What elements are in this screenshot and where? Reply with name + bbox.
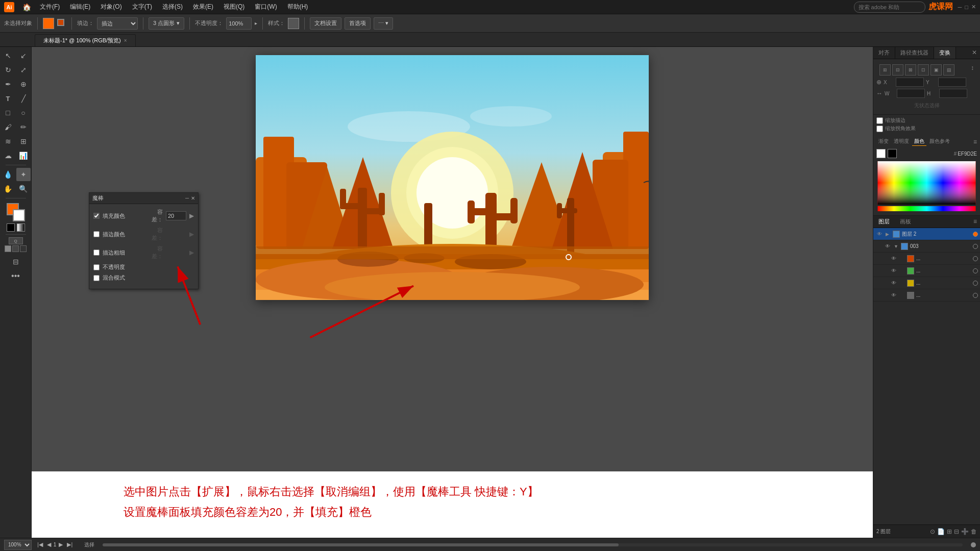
menu-object[interactable]: 对象(O) — [96, 2, 126, 12]
mode-btn[interactable]: Q — [9, 237, 23, 244]
fill-tolerance-input[interactable] — [166, 211, 186, 220]
white-swatch[interactable] — [876, 149, 886, 158]
free-transform-tool[interactable]: ⊞ — [16, 135, 31, 148]
menu-window[interactable]: 窗口(W) — [251, 2, 281, 12]
stroke-color-checkbox[interactable] — [93, 231, 100, 237]
style-preview[interactable] — [288, 18, 299, 29]
transform-tab[interactable]: 变换 — [934, 47, 956, 59]
menu-file[interactable]: 文件(F) — [36, 2, 64, 12]
background-color[interactable] — [13, 209, 25, 221]
close-btn[interactable]: ✕ — [971, 4, 976, 10]
last-page-btn[interactable]: ▶| — [65, 541, 74, 548]
menu-effect[interactable]: 效果(E) — [189, 2, 217, 12]
transparency-tab[interactable]: 透明度 — [892, 137, 911, 146]
stroke-swatch[interactable] — [57, 19, 66, 28]
preferences-btn[interactable]: 首选项 — [345, 17, 371, 30]
layer-gray-eye[interactable]: 👁 — [890, 291, 898, 299]
w-input[interactable] — [897, 89, 925, 98]
stroke-arrow-icon[interactable]: ▶ — [189, 231, 194, 238]
prev-page-btn[interactable]: ◀ — [45, 541, 53, 548]
align-tab[interactable]: 对齐 — [873, 47, 895, 59]
interpolation-select[interactable]: 插边 — [97, 17, 138, 30]
paint-brush-tool[interactable]: 🖌 — [1, 120, 15, 134]
stroke-weight-checkbox[interactable] — [93, 249, 100, 256]
text-tool[interactable]: T — [1, 92, 15, 105]
color-gradient-picker[interactable] — [876, 161, 977, 212]
first-page-btn[interactable]: |◀ — [36, 541, 44, 548]
opacity-input[interactable]: 100% — [226, 17, 252, 30]
align-middle-icon[interactable]: ▣ — [930, 64, 942, 76]
artboards-tab[interactable]: 画板 — [895, 216, 916, 228]
tab-close-btn[interactable]: × — [124, 38, 127, 43]
view-mode1[interactable] — [5, 245, 11, 252]
document-tab[interactable]: 未标题-1* @ 100% (RGB/预览) × — [35, 34, 136, 46]
layer-003[interactable]: 👁 ▼ 003 — [873, 240, 980, 253]
artboard[interactable] — [256, 55, 649, 300]
doc-settings-btn[interactable]: 文档设置 — [310, 17, 341, 30]
select-tool[interactable]: ↖ — [1, 49, 15, 62]
h-input[interactable] — [939, 89, 967, 98]
rotate-tool[interactable]: ↻ — [1, 63, 15, 77]
reflect-tool[interactable]: ⤢ — [16, 63, 31, 77]
y-input[interactable] — [938, 78, 966, 87]
fill-color-swatch[interactable] — [43, 18, 54, 29]
scale-corner-cb[interactable] — [876, 126, 883, 132]
hand-tool[interactable]: ✋ — [1, 182, 15, 195]
maximize-btn[interactable]: □ — [965, 4, 968, 10]
fill-arrow-icon[interactable]: ▶ — [189, 212, 194, 219]
zoom-tool[interactable]: 🔍 — [16, 182, 31, 195]
layer-003-expand[interactable]: ▼ — [894, 244, 899, 249]
panel-close-btn[interactable]: ✕ — [191, 195, 195, 201]
default-colors-btn[interactable] — [7, 223, 15, 232]
layer-red-eye[interactable]: 👁 — [890, 255, 898, 263]
scale-stroke-cb[interactable] — [876, 117, 883, 124]
layers-menu-btn[interactable]: ≡ — [970, 216, 980, 228]
chart-tool[interactable]: 📊 — [16, 149, 31, 162]
align-center-icon[interactable]: ⊟ — [892, 64, 903, 76]
anchor-tool[interactable]: ⊕ — [16, 78, 31, 91]
pathfinder-tab[interactable]: 路径查找器 — [895, 47, 934, 59]
warp-tool[interactable]: ≋ — [1, 135, 15, 148]
opacity-checkbox[interactable] — [93, 264, 100, 270]
search-input[interactable] — [854, 2, 925, 13]
zoom-select[interactable]: 100% — [4, 540, 32, 550]
align-right-icon[interactable]: ⊠ — [905, 64, 916, 76]
add-layer-btn[interactable]: ➕ — [961, 528, 969, 535]
layer-green-eye[interactable]: 👁 — [890, 267, 898, 275]
layer-003-eye[interactable]: 👁 — [884, 242, 892, 251]
color-tab[interactable]: 颜色 — [912, 137, 926, 146]
blend-mode-checkbox[interactable] — [93, 275, 100, 281]
opacity-arrow[interactable]: ▸ — [255, 20, 257, 26]
artboard-tool[interactable]: ⊟ — [9, 255, 23, 268]
locate-btn[interactable]: ⊙ — [930, 528, 935, 535]
panel-minimize-btn[interactable]: ─ — [185, 195, 189, 201]
color-ref-tab[interactable]: 颜色参考 — [927, 137, 952, 146]
color-menu-icon[interactable]: ≡ — [973, 138, 977, 145]
pencil-tool[interactable]: ✏ — [16, 120, 31, 134]
align-left-icon[interactable]: ⊞ — [879, 64, 891, 76]
layer-2-expand[interactable]: ▶ — [886, 232, 891, 237]
arrange-btn[interactable]: ⊞ — [947, 528, 952, 535]
layer-yellow[interactable]: 👁 ... — [873, 277, 980, 289]
more-btn[interactable]: ⋯ ▾ — [374, 17, 393, 30]
x-input[interactable] — [896, 78, 924, 87]
layers-tab[interactable]: 图层 — [873, 216, 895, 228]
ellipse-tool[interactable]: ○ — [16, 106, 31, 119]
layer-green[interactable]: 👁 ... — [873, 265, 980, 277]
layer-item-2[interactable]: 👁 ▶ 图层 2 — [873, 228, 980, 240]
new-layer-btn[interactable]: 📄 — [937, 528, 945, 535]
stroke-weight-arrow[interactable]: ▶ — [189, 249, 194, 256]
swap-colors-btn[interactable] — [17, 223, 25, 232]
next-page-btn[interactable]: ▶ — [57, 541, 64, 548]
layer-2-eye[interactable]: 👁 — [875, 230, 884, 238]
view-mode2[interactable] — [12, 245, 19, 252]
delete-layer-btn[interactable]: 🗑 — [971, 528, 977, 535]
eyedropper-tool[interactable]: 💧 — [1, 168, 15, 181]
home-btn[interactable]: 🏠 — [19, 1, 34, 14]
more-tools-btn[interactable]: ••• — [9, 269, 23, 283]
line-tool[interactable]: ╱ — [16, 92, 31, 105]
scroll-indicator[interactable] — [971, 542, 976, 547]
menu-text[interactable]: 文字(T) — [128, 2, 156, 12]
pen-tool[interactable]: ✒ — [1, 78, 15, 91]
direct-select-tool[interactable]: ↙ — [16, 49, 31, 62]
